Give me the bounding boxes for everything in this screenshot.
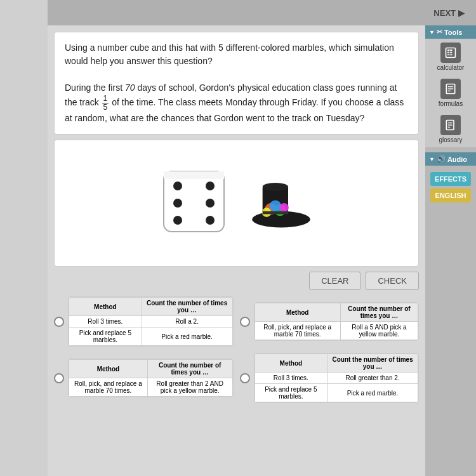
svg-point-28 [269, 201, 281, 212]
svg-point-20 [206, 199, 215, 208]
formulas-icon [440, 79, 461, 99]
audio-section: ▼ 🔊 Audio EFFECTS ENGLISH [425, 152, 476, 209]
glossary-icon [440, 115, 461, 135]
next-label: NEXT [433, 8, 456, 18]
svg-point-25 [262, 183, 288, 191]
svg-rect-31 [262, 211, 288, 215]
card-row-c: Method Count the number of times you … R… [54, 353, 234, 403]
hat-image [246, 168, 316, 238]
svg-rect-5 [447, 55, 449, 56]
svg-rect-2 [450, 50, 452, 51]
formulas-item[interactable]: formulas [425, 75, 476, 111]
sidebar: ▼ ✂ Tools calculator formulas glossary ▼… [425, 25, 476, 476]
card-b[interactable]: Method Count the number of times you … R… [254, 302, 420, 341]
svg-rect-15 [164, 171, 224, 232]
glossary-item[interactable]: glossary [425, 111, 476, 147]
card-c[interactable]: Method Count the number of times you … R… [68, 359, 234, 397]
table-row: Roll, pick, and replace a marble 70 time… [255, 322, 418, 340]
glossary-label: glossary [439, 136, 462, 143]
card-a-method-header: Method [69, 298, 142, 316]
question-part2: During the first 70 days of school, Gord… [65, 81, 408, 125]
next-arrow-icon: ▶ [458, 8, 465, 18]
svg-point-30 [279, 203, 289, 213]
card-b-method-header: Method [255, 303, 340, 322]
calculator-item[interactable]: calculator [425, 39, 476, 75]
english-button[interactable]: ENGLISH [430, 188, 471, 202]
radio-d[interactable] [240, 373, 250, 383]
question-box: Using a number cube and this hat with 5 … [54, 32, 419, 135]
next-button[interactable]: NEXT ▶ [428, 6, 470, 20]
svg-rect-3 [447, 52, 449, 53]
card-a[interactable]: Method Count the number of times you … R… [68, 296, 234, 347]
card-row-a: Method Count the number of times you … R… [54, 296, 234, 347]
question-number: 70 [125, 83, 135, 93]
card-d-method-header: Method [255, 354, 327, 373]
calculator-icon [440, 43, 461, 63]
card-c-count-header: Count the number of times you … [147, 360, 232, 378]
tools-arrow-icon: ▼ [429, 29, 435, 36]
tools-icon: ✂ [437, 28, 442, 36]
formulas-label: formulas [439, 100, 463, 107]
action-buttons: CLEAR CHECK [48, 272, 425, 296]
radio-a[interactable] [54, 317, 64, 327]
dice-image [157, 168, 234, 238]
svg-point-17 [173, 182, 182, 190]
question-part2-prefix: During the first [65, 83, 125, 93]
svg-marker-16 [164, 171, 224, 179]
fraction: 15 [102, 95, 109, 112]
svg-rect-6 [450, 55, 452, 56]
svg-point-18 [206, 182, 215, 190]
card-d[interactable]: Method Count the number of times you … R… [254, 353, 420, 403]
table-row: Pick and replace 5 marbles. Pick a red m… [255, 384, 418, 402]
svg-point-19 [173, 199, 182, 208]
table-row: Roll 3 times. Roll greater than 2. [255, 373, 418, 384]
card-a-count-header: Count the number of times you … [142, 298, 232, 316]
calculator-label: calculator [437, 64, 465, 71]
card-row-b: Method Count the number of times you … R… [240, 296, 420, 347]
table-row: Pick and replace 5 marbles. Pick a red m… [69, 327, 233, 346]
svg-rect-1 [447, 50, 449, 51]
radio-b[interactable] [240, 317, 250, 327]
clear-button[interactable]: CLEAR [309, 272, 360, 290]
content-area: Using a number cube and this hat with 5 … [48, 25, 425, 476]
radio-c[interactable] [54, 373, 64, 383]
card-d-count-header: Count the number of times you … [327, 354, 418, 373]
next-bar: NEXT ▶ [48, 0, 476, 25]
audio-arrow-icon: ▼ [429, 156, 435, 162]
audio-speaker-icon: 🔊 [437, 155, 446, 163]
image-box [54, 140, 419, 267]
audio-label: Audio [447, 155, 467, 163]
question-part2-suffix: of the time. The class meets Monday thro… [65, 97, 404, 123]
tools-header: ▼ ✂ Tools [425, 25, 476, 39]
card-row-d: Method Count the number of times you … R… [240, 353, 420, 403]
tools-label: Tools [444, 29, 463, 36]
audio-header: ▼ 🔊 Audio [425, 152, 476, 166]
svg-point-22 [206, 216, 215, 225]
check-button[interactable]: CHECK [366, 272, 419, 290]
tools-section: ▼ ✂ Tools calculator formulas glossary [425, 25, 476, 147]
card-b-count-header: Count the number of times you … [340, 303, 418, 322]
table-row: Roll, pick, and replace a marble 70 time… [69, 378, 233, 397]
svg-rect-4 [450, 52, 452, 53]
table-row: Roll 3 times. Roll a 2. [69, 316, 233, 327]
card-c-method-header: Method [69, 360, 148, 378]
question-part1: Using a number cube and this hat with 5 … [65, 41, 408, 68]
svg-point-21 [173, 216, 182, 225]
effects-button[interactable]: EFFECTS [430, 172, 471, 186]
cards-area: Method Count the number of times you … R… [48, 296, 425, 409]
